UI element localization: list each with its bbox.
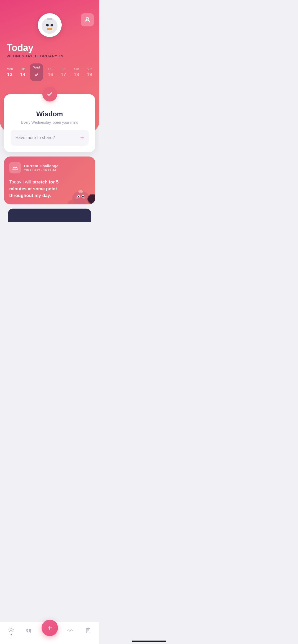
day-name-tue: Tue: [20, 67, 25, 71]
robot-face-svg: [40, 15, 60, 35]
wisdom-card: Wisdom Every Wednesday, open your mind H…: [4, 94, 95, 152]
day-name-sun: Sun: [87, 67, 92, 71]
wisdom-title: Wisdom: [11, 110, 89, 118]
bottom-peek-card: [8, 209, 91, 222]
day-name-wed: Wed: [33, 66, 40, 69]
share-text: Have more to share?: [15, 135, 55, 140]
day-thu[interactable]: Thu 16: [44, 67, 56, 77]
svg-point-13: [83, 197, 85, 199]
wisdom-check-badge: [42, 87, 57, 102]
day-num-sat: 18: [74, 72, 79, 77]
day-tue[interactable]: Tue 14: [17, 67, 29, 77]
svg-point-11: [82, 196, 84, 197]
plus-icon: +: [80, 134, 84, 141]
svg-point-7: [72, 191, 89, 204]
robot-avatar[interactable]: [38, 13, 62, 37]
svg-point-12: [76, 197, 78, 199]
svg-rect-2: [47, 18, 52, 20]
day-mon[interactable]: Mon 13: [4, 67, 16, 77]
day-num-sun: 19: [87, 72, 92, 77]
day-name-fri: Fri: [62, 67, 65, 71]
blob-svg: [64, 181, 95, 204]
day-num-thu: 16: [48, 72, 53, 77]
today-label: Today: [7, 42, 93, 53]
svg-point-4: [51, 24, 53, 26]
app-container: Today WEDNESDAY, FEBRUARY 15 Mon 13 Tue …: [0, 0, 99, 222]
date-label: WEDNESDAY, FEBRUARY 15: [7, 54, 93, 58]
day-name-sat: Sat: [74, 67, 79, 71]
day-name-thu: Thu: [48, 67, 53, 71]
challenge-label: Current Challenge: [24, 164, 90, 168]
day-sun[interactable]: Sun 19: [84, 67, 95, 77]
challenge-header: Current Challenge TIME LEFT - 10:29:44: [9, 162, 90, 173]
day-name-mon: Mon: [7, 67, 13, 71]
checkmark-icon: [32, 70, 41, 79]
challenge-icon-bg: [9, 162, 21, 173]
share-row[interactable]: Have more to share? +: [11, 130, 89, 146]
day-sat[interactable]: Sat 18: [71, 67, 82, 77]
blob-decoration: [64, 181, 95, 204]
day-num-fri: 17: [61, 72, 66, 77]
svg-point-3: [46, 24, 49, 26]
main-content: Wisdom Every Wednesday, open your mind H…: [0, 94, 99, 222]
challenge-title-block: Current Challenge TIME LEFT - 10:29:44: [24, 164, 90, 172]
header: [0, 0, 99, 37]
day-num-tue: 14: [20, 72, 25, 77]
challenge-time: TIME LEFT - 10:29:44: [24, 169, 90, 172]
challenge-text: Today I will stretch for 5 minutes at so…: [9, 179, 67, 199]
week-calendar: Mon 13 Tue 14 Wed Thu 16 Fri 17 Sat 18: [0, 58, 99, 86]
day-wed[interactable]: Wed: [30, 63, 43, 81]
svg-point-1: [42, 18, 58, 34]
challenge-card[interactable]: Current Challenge TIME LEFT - 10:29:44 T…: [4, 157, 95, 204]
day-num-mon: 13: [7, 72, 12, 77]
date-section: Today WEDNESDAY, FEBRUARY 15: [0, 37, 99, 58]
wisdom-subtitle: Every Wednesday, open your mind: [11, 120, 89, 125]
svg-rect-5: [47, 28, 52, 30]
challenge-text-bold: stretch for 5 minutes at some point thro…: [9, 180, 58, 198]
svg-point-10: [78, 196, 79, 197]
day-fri[interactable]: Fri 17: [58, 67, 69, 77]
